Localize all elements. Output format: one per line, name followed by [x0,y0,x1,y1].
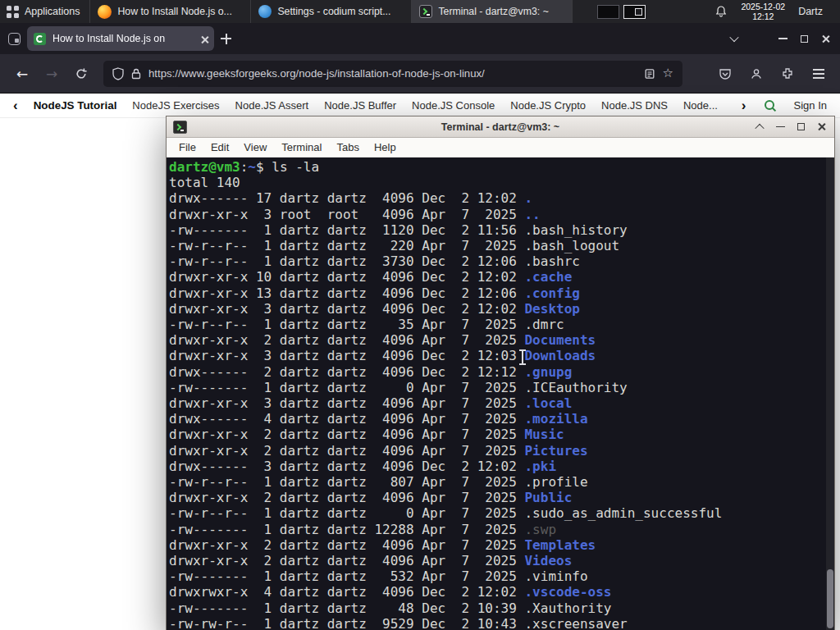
file-name: Desktop [524,301,579,317]
terminal-output: drwx------ 17 dartz dartz 4096 Dec 2 12:… [169,190,821,630]
menu-terminal[interactable]: Terminal [274,139,329,155]
menu-view[interactable]: View [236,139,274,155]
taskbar-item-terminal[interactable]: Terminal - dartz@vm3: ~ [412,0,573,23]
terminal-titlebar[interactable]: Terminal - dartz@vm3: ~ [167,116,834,138]
workspace-2[interactable] [623,5,646,19]
lock-icon[interactable] [131,68,141,80]
notification-bell-icon[interactable] [714,5,728,18]
terminal-window-title: Terminal - dartz@vm3: ~ [167,121,834,133]
window-maximize-button[interactable] [801,35,808,43]
subnav-link[interactable]: Node... [683,99,718,112]
taskbar-item-firefox[interactable]: How to Install Node.js o... [90,0,251,23]
terminal-line: -rw------- 1 dartz dartz 48 Dec 2 10:39 … [169,600,821,616]
subnav-scroll-left[interactable]: ‹ [13,98,18,112]
workspace-switcher[interactable] [597,5,646,19]
terminal-line: -rw-r--r-- 1 dartz dartz 0 Apr 7 2025 .s… [169,505,821,521]
terminal-line: drwx------ 4 dartz dartz 4096 Apr 7 2025… [169,411,821,427]
pocket-icon[interactable] [714,62,737,85]
subnav-link[interactable]: Node.JS Buffer [324,99,396,112]
terminal-body[interactable]: dartz@vm3:~$ ls -la total 140 drwx------… [167,158,834,630]
file-meta: -rw-r--r-- 1 dartz dartz 3730 Dec 2 12:0… [169,253,524,269]
menu-tabs[interactable]: Tabs [329,139,366,155]
forward-button[interactable]: → [39,62,64,86]
extensions-icon[interactable] [776,62,799,85]
terminal-minimize-button[interactable] [774,121,787,134]
url-text[interactable]: https://www.geeksforgeeks.org/node-js/in… [148,67,637,80]
terminal-total-line: total 140 [169,175,821,190]
search-icon[interactable] [763,98,778,113]
browser-toolbar: ← → https://www.geeksforgeeks.org/node-j… [0,54,840,94]
subnav-right: › Sign In [742,98,827,113]
file-meta: -rw------- 1 dartz dartz 532 Apr 7 2025 [169,568,524,584]
back-button[interactable]: ← [10,62,34,86]
terminal-maximize-button[interactable] [794,121,807,134]
subnav-link-active[interactable]: NodeJS Tutorial [34,99,117,112]
new-tab-button[interactable] [221,34,231,44]
file-name: Pictures [524,443,587,459]
subnav-link[interactable]: NodeJS Exercises [132,99,219,112]
codium-icon [258,5,272,18]
browser-tab-active[interactable]: How to Install Node.js on [27,26,214,51]
chevron-down-icon [729,33,738,42]
menu-file[interactable]: File [171,139,203,155]
file-name: .bashrc [524,253,579,269]
terminal-line: drwxr-xr-x 2 dartz dartz 4096 Apr 7 2025… [169,443,821,459]
bookmark-star-icon[interactable]: ☆ [663,67,673,80]
file-meta: drwxr-xr-x 2 dartz dartz 4096 Apr 7 2025 [169,553,524,568]
reader-mode-icon[interactable] [644,68,655,80]
subnav-link[interactable]: Node.JS DNS [601,99,668,112]
firefox-view-icon[interactable] [8,33,21,45]
subnav-link[interactable]: Node.JS Crypto [510,99,586,112]
file-meta: -rw-r--r-- 1 dartz dartz 807 Apr 7 2025 [169,474,524,490]
prompt-path: ~ [248,159,256,175]
taskbar-item-codium[interactable]: Settings - codium script... [251,0,412,23]
terminal-line: drwx------ 17 dartz dartz 4096 Dec 2 12:… [169,190,821,206]
file-name: Documents [524,332,596,348]
file-meta: -rw-r--r-- 1 dartz dartz 220 Apr 7 2025 [169,238,524,253]
minimize-icon [778,38,788,39]
file-meta: drwxr-xr-x 2 dartz dartz 4096 Apr 7 2025 [169,443,524,459]
workspace-window-outline [635,8,642,16]
file-meta: -rw-r--r-- 1 dartz dartz 0 Apr 7 2025 [169,505,524,521]
file-name: .viminfo [524,568,587,584]
sign-in-button[interactable]: Sign In [794,99,827,112]
file-name: .bash_history [524,222,627,238]
window-close-button[interactable] [821,34,830,43]
menu-edit[interactable]: Edit [203,139,236,155]
file-name: .dmrc [524,317,564,332]
terminal-close-button[interactable] [815,121,828,134]
toolbar-right-icons [714,62,830,85]
shield-icon[interactable] [112,67,124,80]
terminal-scrollbar[interactable] [826,158,834,630]
tab-close-button[interactable] [200,35,208,43]
terminal-line: drwxr-xr-x 3 dartz dartz 4096 Dec 2 12:0… [169,348,821,363]
file-meta: drwxr-xr-x 2 dartz dartz 4096 Apr 7 2025 [169,427,524,442]
chevron-up-icon [755,123,764,132]
close-icon [821,34,830,43]
file-name: .vscode-oss [524,584,611,600]
mouse-cursor [522,351,523,363]
panel-clock[interactable]: 2025-12-02 12:12 [741,2,785,21]
file-meta: drwxr-xr-x 3 dartz dartz 4096 Dec 2 12:0… [169,301,524,317]
terminal-line: drwx------ 2 dartz dartz 4096 Dec 2 12:1… [169,364,821,380]
reload-button[interactable] [69,62,94,86]
gfg-subnav: ‹ NodeJS Tutorial NodeJS Exercises Node.… [0,94,840,118]
subnav-link[interactable]: Node.JS Assert [235,99,309,112]
panel-user-label[interactable]: Dartz [798,6,823,17]
menu-help[interactable]: Help [367,139,404,155]
plus-icon [221,34,231,44]
file-meta: drwxr-xr-x 13 dartz dartz 4096 Dec 2 12:… [169,285,524,301]
window-minimize-button[interactable] [778,38,788,39]
workspace-1[interactable] [597,5,619,19]
account-icon[interactable] [745,62,768,85]
file-name: Videos [524,553,572,568]
applications-menu-button[interactable]: Applications [0,0,90,23]
url-bar[interactable]: https://www.geeksforgeeks.org/node-js/in… [103,61,682,87]
subnav-scroll-right[interactable]: › [742,98,746,112]
file-meta: drwxrwxr-x 4 dartz dartz 4096 Dec 2 12:0… [169,584,524,600]
list-all-tabs-button[interactable] [731,35,737,42]
terminal-scrollbar-thumb[interactable] [827,569,833,628]
subnav-link[interactable]: Node.JS Console [412,99,495,112]
terminal-shade-button[interactable] [753,121,766,134]
menu-hamburger-icon[interactable] [807,62,830,85]
